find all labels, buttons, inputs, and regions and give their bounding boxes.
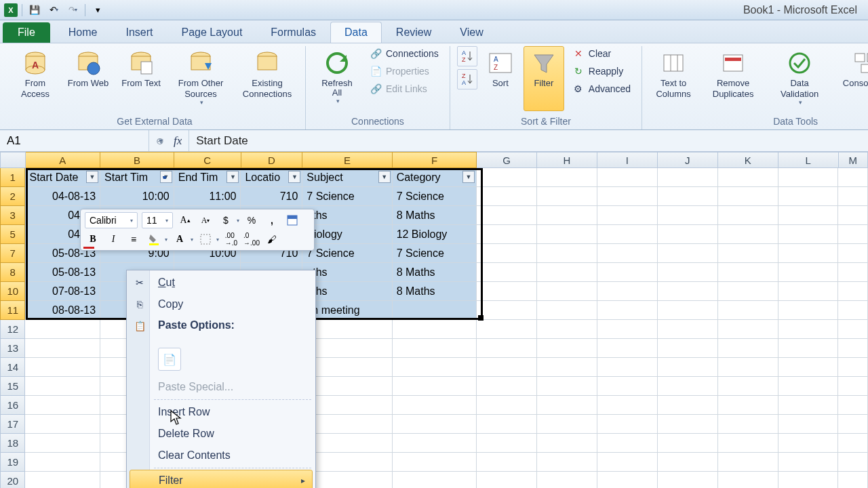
cell-F2[interactable]: 7 Science xyxy=(393,187,477,206)
connections-button[interactable]: 🔗Connections xyxy=(366,46,443,61)
cell-J17[interactable] xyxy=(658,415,718,434)
cell-L2[interactable] xyxy=(778,187,839,206)
cell-E10[interactable]: aths xyxy=(302,282,392,301)
cell-E14[interactable] xyxy=(302,358,392,377)
cell-F15[interactable] xyxy=(393,377,477,396)
fx-icon[interactable]: fx xyxy=(174,134,182,148)
cell-F5[interactable]: 12 Biology xyxy=(393,225,477,244)
cell-L3[interactable] xyxy=(778,206,839,225)
grow-font-button[interactable]: A▴ xyxy=(177,212,193,228)
col-header-M[interactable]: M xyxy=(839,152,868,168)
sort-asc-button[interactable]: AZ xyxy=(457,46,477,66)
from-web-button[interactable]: From Web xyxy=(64,46,113,111)
cell-E16[interactable] xyxy=(302,396,392,415)
col-header-E[interactable]: E xyxy=(302,152,392,168)
cell-L13[interactable] xyxy=(778,339,839,358)
redo-button[interactable]: ↷▾ xyxy=(64,3,81,18)
sort-desc-button[interactable]: ZA xyxy=(457,69,477,89)
ctx-filter[interactable]: Filter xyxy=(130,470,313,488)
cell-H10[interactable] xyxy=(537,282,597,301)
text-to-columns-button[interactable]: Text to Columns xyxy=(649,46,698,111)
font-color-button[interactable]: A xyxy=(172,231,188,247)
cell-K7[interactable] xyxy=(718,244,778,263)
cell-J19[interactable] xyxy=(658,453,718,472)
cell-F11[interactable] xyxy=(393,301,477,320)
data-validation-button[interactable]: Data Validation xyxy=(768,46,831,111)
cell-I12[interactable] xyxy=(597,320,658,339)
cell-L14[interactable] xyxy=(778,358,839,377)
cell-F18[interactable] xyxy=(393,434,477,453)
shrink-font-button[interactable]: A▾ xyxy=(197,212,214,228)
cell-D1[interactable]: Locatio▼ xyxy=(241,168,302,187)
cell-A14[interactable] xyxy=(25,358,100,377)
cell-E2[interactable]: 7 Science xyxy=(302,187,392,206)
cell-F19[interactable] xyxy=(393,453,477,472)
cell-M17[interactable] xyxy=(838,415,868,434)
cell-F3[interactable]: 8 Maths xyxy=(393,206,477,225)
col-header-D[interactable]: D xyxy=(241,152,303,168)
cell-H14[interactable] xyxy=(537,358,597,377)
cell-K8[interactable] xyxy=(718,263,778,282)
cell-J3[interactable] xyxy=(658,206,718,225)
cell-E19[interactable] xyxy=(302,453,392,472)
row-header-17[interactable]: 17 xyxy=(0,415,25,434)
cell-G17[interactable] xyxy=(477,415,537,434)
cell-K20[interactable] xyxy=(718,472,778,488)
cell-I17[interactable] xyxy=(597,415,658,434)
refresh-all-button[interactable]: RefreshAll xyxy=(313,46,361,111)
cell-E12[interactable] xyxy=(302,320,392,339)
cell-C1[interactable]: End Tim▼ xyxy=(174,168,241,187)
cell-L10[interactable] xyxy=(778,282,839,301)
cell-I13[interactable] xyxy=(597,339,658,358)
cell-G5[interactable] xyxy=(477,225,537,244)
cell-M12[interactable] xyxy=(838,320,868,339)
row-header-11[interactable]: 11 xyxy=(0,301,25,320)
reapply-button[interactable]: ↻Reapply xyxy=(568,64,635,79)
filter-button[interactable]: Filter xyxy=(524,46,564,111)
cell-M1[interactable] xyxy=(838,168,868,187)
cell-H18[interactable] xyxy=(537,434,597,453)
cell-A8[interactable]: 05-08-13 xyxy=(25,263,100,282)
cell-L12[interactable] xyxy=(778,320,839,339)
cell-H2[interactable] xyxy=(537,187,597,206)
cell-J14[interactable] xyxy=(658,358,718,377)
cell-I7[interactable] xyxy=(597,244,658,263)
cell-J18[interactable] xyxy=(658,434,718,453)
select-all-corner[interactable] xyxy=(0,152,26,168)
cell-G18[interactable] xyxy=(477,434,537,453)
cell-E15[interactable] xyxy=(302,377,392,396)
fill-color-button[interactable] xyxy=(146,231,162,247)
col-header-A[interactable]: A xyxy=(26,152,101,168)
cell-A13[interactable] xyxy=(25,339,100,358)
undo-button[interactable]: ↶▾ xyxy=(45,3,62,18)
row-header-7[interactable]: 7 xyxy=(0,244,25,263)
col-header-B[interactable]: B xyxy=(100,152,174,168)
italic-button[interactable]: I xyxy=(105,231,121,247)
filter-dropdown-D[interactable]: ▼ xyxy=(288,171,300,183)
ctx-cut[interactable]: ✂Cut xyxy=(128,272,314,293)
sort-button[interactable]: AZSort xyxy=(481,46,519,111)
col-header-G[interactable]: G xyxy=(477,152,537,168)
cell-K1[interactable] xyxy=(718,168,778,187)
cell-I10[interactable] xyxy=(597,282,658,301)
cell-G11[interactable] xyxy=(477,301,537,320)
cell-A2[interactable]: 04-08-13 xyxy=(25,187,100,206)
accounting-format-button[interactable]: $ xyxy=(218,212,234,228)
decrease-decimal-button[interactable]: .0→.00 xyxy=(243,231,260,247)
name-box-input[interactable] xyxy=(0,134,157,148)
cell-L8[interactable] xyxy=(778,263,839,282)
cell-G3[interactable] xyxy=(477,206,537,225)
cell-L11[interactable] xyxy=(778,301,839,320)
cell-H1[interactable] xyxy=(537,168,597,187)
tab-data[interactable]: Data xyxy=(330,22,382,43)
cell-M15[interactable] xyxy=(838,377,868,396)
cell-E17[interactable] xyxy=(302,415,392,434)
cell-M18[interactable] xyxy=(838,434,868,453)
cell-J20[interactable] xyxy=(658,472,718,488)
cell-L7[interactable] xyxy=(778,244,839,263)
cell-K3[interactable] xyxy=(718,206,778,225)
cell-J5[interactable] xyxy=(658,225,718,244)
tab-home[interactable]: Home xyxy=(54,22,112,43)
cell-A11[interactable]: 08-08-13 xyxy=(25,301,100,320)
cell-J15[interactable] xyxy=(658,377,718,396)
